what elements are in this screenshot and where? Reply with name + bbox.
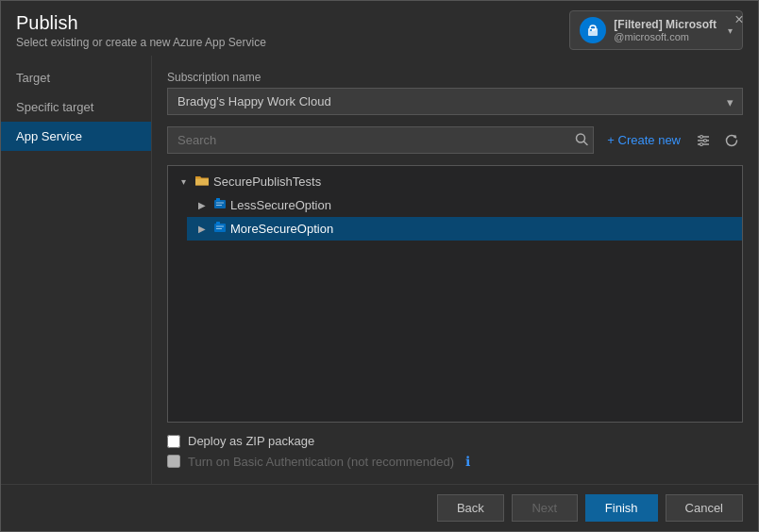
sidebar-item-specific-target[interactable]: Specific target [1,92,151,122]
main-content: Target Specific target App Service Subsc… [1,56,758,484]
tree-label-less-secure: LessSecureOption [230,198,331,212]
svg-point-10 [700,142,703,145]
configure-icon-button[interactable] [692,129,715,152]
publish-dialog: Publish Select existing or create a new … [0,0,759,532]
search-input[interactable] [167,126,594,154]
options-row: Deploy as ZIP package Turn on Basic Auth… [167,434,743,469]
footer: Back Next Finish Cancel [1,484,758,531]
title-left: Publish Select existing or create a new … [16,12,266,49]
basic-auth-label: Turn on Basic Authentication (not recomm… [188,455,454,469]
svg-point-9 [704,139,707,141]
close-button[interactable]: × [730,10,749,29]
subscription-select[interactable]: Bradyg's Happy Work Cloud [167,88,743,115]
create-new-button[interactable]: + Create new [601,129,686,151]
tree-toggle-more-secure[interactable]: ▶ [194,224,210,234]
svg-rect-11 [214,200,226,208]
subscription-row: Subscription name Bradyg's Happy Work Cl… [167,71,743,115]
svg-point-8 [700,135,703,138]
svg-rect-0 [588,28,598,36]
account-icon [580,17,606,43]
dialog-subtitle: Select existing or create a new Azure Ap… [16,36,266,49]
tree-item-more-secure[interactable]: ▶ MoreSecureOption [187,217,742,241]
tree-item-less-secure[interactable]: ▶ LessSecureOption [187,193,742,217]
account-email: @microsoft.com [614,31,717,42]
search-box [167,126,594,154]
tree-label-more-secure: MoreSecureOption [230,222,333,236]
back-button[interactable]: Back [437,494,504,522]
sidebar-item-target[interactable]: Target [1,63,151,92]
svg-line-4 [584,141,588,145]
title-bar: Publish Select existing or create a new … [1,1,758,56]
tree-root-item[interactable]: ▾ SecurePublishTests [168,170,742,193]
next-button: Next [512,494,578,522]
subscription-select-wrapper: Bradyg's Happy Work Cloud [167,88,743,115]
subscription-label: Subscription name [167,71,743,84]
folder-icon-root [194,174,210,190]
svg-rect-12 [216,198,220,201]
action-buttons: + Create new [601,129,743,152]
tree-children: ▶ LessSecureOption [168,193,742,241]
basic-auth-checkbox [167,455,180,468]
deploy-zip-label[interactable]: Deploy as ZIP package [188,434,314,448]
tree-container[interactable]: ▾ SecurePublishTests ▶ [167,165,743,423]
account-name: [Filtered] Microsoft [614,18,717,31]
svg-rect-16 [216,222,220,224]
finish-button[interactable]: Finish [585,494,658,522]
sidebar-item-app-service[interactable]: App Service [1,122,151,151]
info-icon[interactable]: ℹ [465,454,470,469]
service-icon-more-secure [213,221,227,237]
dialog-title: Publish [16,12,266,34]
account-info: [Filtered] Microsoft @microsoft.com [614,18,717,42]
service-icon-less-secure [213,197,227,213]
refresh-icon-button[interactable] [720,129,743,152]
search-icon-button[interactable] [575,132,588,148]
tree-root-label: SecurePublishTests [213,175,321,189]
sidebar: Target Specific target App Service [1,56,152,484]
account-badge[interactable]: [Filtered] Microsoft @microsoft.com ▾ [569,10,743,50]
cancel-button[interactable]: Cancel [666,494,743,522]
content-area: Subscription name Bradyg's Happy Work Cl… [152,56,758,484]
search-and-actions: + Create new [167,126,743,154]
deploy-zip-row: Deploy as ZIP package [167,434,743,448]
svg-rect-15 [214,224,226,232]
basic-auth-row: Turn on Basic Authentication (not recomm… [167,454,743,469]
tree-toggle-root[interactable]: ▾ [176,176,191,187]
deploy-zip-checkbox[interactable] [167,435,180,448]
tree-toggle-less-secure[interactable]: ▶ [194,200,210,210]
